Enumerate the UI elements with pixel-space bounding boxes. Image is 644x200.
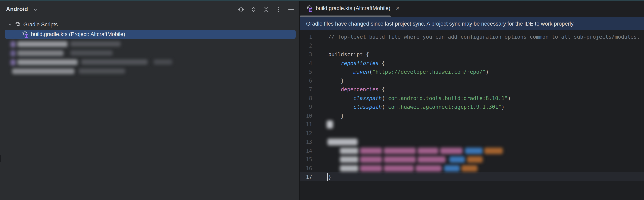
line-number[interactable]: 7 xyxy=(300,85,312,94)
gradle-sync-notification-banner: Gradle files have changed since last pro… xyxy=(300,17,644,30)
tab-title: build.gradle.kts (AltcraftMobile) xyxy=(316,5,390,12)
code-editor[interactable]: 1// Top-level build file where you can a… xyxy=(300,30,644,200)
redacted-tree-item-segment[interactable] xyxy=(17,41,68,47)
line-number[interactable]: 14 xyxy=(300,146,312,155)
redacted-code-segment xyxy=(340,156,358,163)
redacted-code-segment xyxy=(360,165,382,172)
redacted-tree-item-segment[interactable] xyxy=(12,69,74,74)
line-number[interactable]: 17 xyxy=(300,173,312,181)
redacted-code-segment xyxy=(467,156,483,163)
redacted-tree-item-segment[interactable] xyxy=(10,59,16,66)
expand-all-icon[interactable] xyxy=(250,6,258,14)
code-token-plain: } xyxy=(328,174,332,180)
android-studio-window: Android xyxy=(0,0,644,200)
line-number[interactable]: 4 xyxy=(300,59,312,68)
hide-panel-icon[interactable] xyxy=(287,6,295,14)
more-options-icon[interactable] xyxy=(274,6,282,14)
line-number[interactable]: 13 xyxy=(300,138,312,146)
project-panel-header: Android xyxy=(0,1,299,18)
code-token-plain xyxy=(328,95,354,101)
tab-selected-underline xyxy=(300,16,391,17)
code-token-fn: repositories xyxy=(341,60,379,66)
line-number[interactable]: 11 xyxy=(300,120,312,129)
code-line[interactable]: dependencies { xyxy=(328,85,385,94)
line-number[interactable]: 1 xyxy=(300,33,312,41)
line-number[interactable]: 2 xyxy=(300,41,312,50)
redacted-tree-item-segment[interactable] xyxy=(70,50,113,56)
code-token-plain: } xyxy=(328,113,344,119)
line-number[interactable]: 10 xyxy=(300,111,312,120)
redacted-tree-item-segment[interactable] xyxy=(10,41,16,47)
code-line[interactable]: maven("https://developer.huawei.com/repo… xyxy=(328,68,489,76)
redacted-tree-item-segment[interactable] xyxy=(17,59,78,65)
code-token-plain: ) xyxy=(502,104,504,110)
redacted-code-segment xyxy=(340,165,358,172)
line-number[interactable]: 15 xyxy=(300,155,312,164)
locate-file-icon[interactable] xyxy=(237,6,245,14)
redacted-code-segment xyxy=(440,148,462,154)
redacted-tree-item-segment[interactable] xyxy=(154,59,172,65)
code-line[interactable]: } xyxy=(328,111,344,120)
collapse-all-icon[interactable] xyxy=(262,6,270,14)
code-token-plain xyxy=(328,69,354,75)
code-line[interactable]: repositories { xyxy=(328,59,385,68)
panel-edge-notch xyxy=(0,155,1,162)
code-token-dep: dependencies xyxy=(341,86,379,92)
editor-tab-bar: build.gradle.kts (AltcraftMobile) ✕ xyxy=(300,1,644,16)
line-number[interactable]: 6 xyxy=(300,76,312,85)
code-line[interactable]: // Top-level build file where you can ad… xyxy=(328,33,640,41)
redacted-code-segment xyxy=(328,139,358,145)
redacted-code-segment xyxy=(418,156,446,163)
redacted-code-segment xyxy=(360,156,382,163)
right-margin-guide xyxy=(642,30,642,200)
redacted-code-segment xyxy=(444,165,460,172)
code-token-plain: ( xyxy=(382,104,385,110)
code-token-plain: ) xyxy=(508,95,511,101)
code-line[interactable]: } xyxy=(328,76,344,85)
banner-message: Gradle files have changed since last pro… xyxy=(306,21,574,27)
text-caret xyxy=(327,173,328,181)
gradle-kts-file-icon xyxy=(306,5,313,12)
project-panel-toolbar xyxy=(237,6,295,14)
code-token-fn: classpath xyxy=(354,104,382,110)
redacted-tree-item-segment[interactable] xyxy=(79,69,125,74)
project-tool-window: Android xyxy=(0,1,299,200)
redacted-tree-item-segment[interactable] xyxy=(81,59,148,65)
code-token-plain: ( xyxy=(369,69,372,75)
redacted-code-segment xyxy=(416,165,442,172)
line-number[interactable]: 9 xyxy=(300,103,312,111)
line-number[interactable]: 8 xyxy=(300,94,312,103)
line-number[interactable]: 16 xyxy=(300,164,312,173)
project-view-selector[interactable]: Android xyxy=(6,6,28,12)
tree-item-build-gradle-kts[interactable]: build.gradle.kts (Project: AltcraftMobil… xyxy=(0,30,296,39)
redacted-tree-item-segment[interactable] xyxy=(70,41,121,47)
expander-chevron-down-icon[interactable] xyxy=(7,22,13,27)
code-token-plain xyxy=(328,60,341,66)
code-token-url: https://developer.huawei.com/repo/ xyxy=(376,69,482,75)
code-line[interactable]: classpath("com.huawei.agconnect:agcp:1.9… xyxy=(328,103,504,111)
code-token-plain xyxy=(328,86,341,92)
code-line[interactable]: classpath("com.android.tools.build:gradl… xyxy=(328,94,511,103)
code-token-str: "com.huawei.agconnect:agcp:1.9.1.301" xyxy=(385,104,502,110)
tab-close-icon[interactable]: ✕ xyxy=(396,6,400,11)
code-token-plain xyxy=(328,104,354,110)
redacted-code-segment xyxy=(418,148,438,154)
code-token-plain: ( xyxy=(382,95,385,101)
editor-tab-build-gradle-kts[interactable]: build.gradle.kts (AltcraftMobile) ✕ xyxy=(300,1,400,16)
line-number[interactable]: 12 xyxy=(300,129,312,138)
code-line[interactable]: buildscript { xyxy=(328,50,369,59)
redacted-code-segment xyxy=(449,156,465,163)
redacted-code-segment xyxy=(327,120,333,128)
redacted-code-segment xyxy=(384,156,416,163)
line-number[interactable]: 3 xyxy=(300,50,312,59)
gutter-divider xyxy=(326,30,326,200)
redacted-code-segment xyxy=(384,165,414,172)
gradle-kts-file-icon xyxy=(21,31,28,38)
redacted-code-segment xyxy=(465,148,483,154)
redacted-tree-item-segment[interactable] xyxy=(10,50,16,56)
line-number[interactable]: 5 xyxy=(300,68,312,76)
redacted-tree-item-segment[interactable] xyxy=(17,50,64,56)
tree-item-gradle-scripts[interactable]: Gradle Scripts xyxy=(0,20,299,29)
code-line[interactable]: } xyxy=(328,173,332,181)
chevron-down-icon xyxy=(32,7,39,14)
